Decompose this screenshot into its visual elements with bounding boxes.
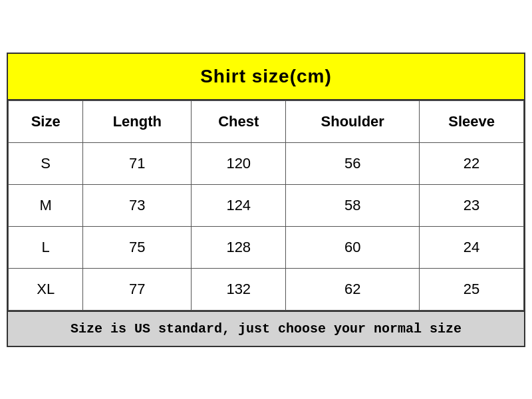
size-table: Size Length Chest Shoulder Sleeve S71120… — [8, 100, 524, 311]
chart-title: Shirt size(cm) — [8, 54, 524, 100]
table-header-row: Size Length Chest Shoulder Sleeve — [9, 100, 524, 142]
col-header-size: Size — [9, 100, 83, 142]
cell-length: 73 — [83, 184, 192, 226]
cell-shoulder: 62 — [286, 268, 420, 310]
cell-chest: 120 — [192, 142, 286, 184]
cell-length: 71 — [83, 142, 192, 184]
table-row: S711205622 — [9, 142, 524, 184]
cell-sleeve: 24 — [420, 226, 524, 268]
col-header-chest: Chest — [192, 100, 286, 142]
cell-length: 77 — [83, 268, 192, 310]
table-row: XL771326225 — [9, 268, 524, 310]
cell-sleeve: 22 — [420, 142, 524, 184]
cell-shoulder: 60 — [286, 226, 420, 268]
cell-sleeve: 23 — [420, 184, 524, 226]
cell-length: 75 — [83, 226, 192, 268]
cell-size: S — [9, 142, 83, 184]
col-header-length: Length — [83, 100, 192, 142]
cell-chest: 124 — [192, 184, 286, 226]
cell-sleeve: 25 — [420, 268, 524, 310]
col-header-shoulder: Shoulder — [286, 100, 420, 142]
cell-chest: 132 — [192, 268, 286, 310]
cell-size: M — [9, 184, 83, 226]
cell-size: XL — [9, 268, 83, 310]
size-chart: Shirt size(cm) Size Length Chest Shoulde… — [7, 53, 525, 347]
col-header-sleeve: Sleeve — [420, 100, 524, 142]
footer-note: Size is US standard, just choose your no… — [8, 311, 524, 346]
cell-shoulder: 56 — [286, 142, 420, 184]
cell-size: L — [9, 226, 83, 268]
cell-chest: 128 — [192, 226, 286, 268]
cell-shoulder: 58 — [286, 184, 420, 226]
table-row: M731245823 — [9, 184, 524, 226]
table-row: L751286024 — [9, 226, 524, 268]
